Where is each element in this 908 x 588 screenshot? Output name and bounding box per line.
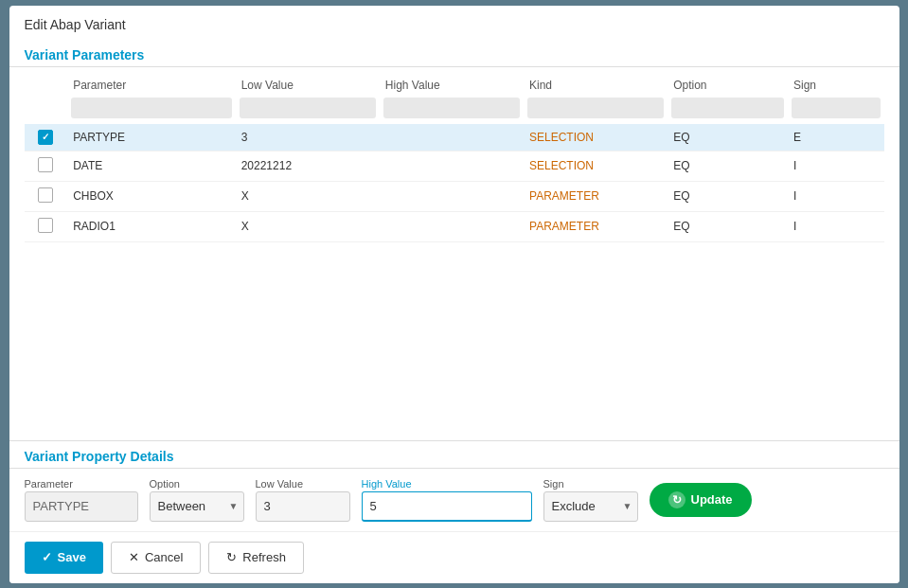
col-low-value: Low Value bbox=[236, 75, 380, 96]
filter-low-value[interactable] bbox=[240, 98, 376, 118]
table-row[interactable]: CHBOXXPARAMETEREQI bbox=[25, 181, 884, 211]
update-label: Update bbox=[691, 492, 733, 507]
filter-kind[interactable] bbox=[527, 98, 664, 118]
col-parameter: Parameter bbox=[67, 75, 236, 96]
table-row[interactable]: RADIO1XPARAMETEREQI bbox=[25, 211, 884, 241]
modal-header: Edit Abap Variant bbox=[9, 6, 899, 40]
filter-row bbox=[25, 96, 884, 124]
update-button[interactable]: ↻ Update bbox=[650, 483, 752, 517]
filter-option[interactable] bbox=[671, 98, 784, 118]
table-body: PARTYPE3SELECTIONEQEDATE20221212SELECTIO… bbox=[25, 124, 884, 242]
col-high-value: High Value bbox=[380, 75, 524, 96]
form-parameter: Parameter bbox=[25, 478, 138, 522]
form-low-value: Low Value bbox=[256, 478, 350, 522]
label-high-value: High Value bbox=[362, 478, 532, 490]
refresh-button[interactable]: ↻ Refresh bbox=[208, 542, 304, 574]
label-low-value: Low Value bbox=[256, 478, 350, 490]
property-form: Parameter Option Between EQ NE LT GT LE … bbox=[9, 469, 899, 531]
variant-parameters-title: Variant Parameters bbox=[9, 40, 899, 67]
sign-select-wrapper: Exclude Include ▼ bbox=[543, 491, 638, 522]
footer-actions: ✓ Save ✕ Cancel ↻ Refresh bbox=[9, 531, 899, 583]
variant-property-title: Variant Property Details bbox=[9, 441, 899, 469]
input-parameter[interactable] bbox=[25, 491, 138, 522]
form-option: Option Between EQ NE LT GT LE GE ▼ bbox=[150, 478, 244, 522]
input-low-value[interactable] bbox=[256, 491, 350, 522]
label-option: Option bbox=[150, 478, 244, 490]
save-checkmark-icon: ✓ bbox=[42, 550, 52, 564]
label-parameter: Parameter bbox=[25, 478, 138, 490]
edit-title: Edit Abap Variant bbox=[25, 17, 126, 32]
filter-high-value[interactable] bbox=[383, 98, 520, 118]
refresh-icon: ↻ bbox=[226, 550, 237, 564]
col-sign: Sign bbox=[788, 75, 884, 96]
filter-parameter[interactable] bbox=[71, 98, 232, 118]
option-select-wrapper: Between EQ NE LT GT LE GE ▼ bbox=[150, 491, 244, 522]
refresh-label: Refresh bbox=[242, 550, 286, 564]
form-high-value: High Value bbox=[362, 478, 532, 522]
select-sign[interactable]: Exclude Include bbox=[543, 491, 638, 522]
update-button-wrapper: ↻ Update bbox=[650, 483, 752, 517]
cancel-button[interactable]: ✕ Cancel bbox=[111, 542, 201, 574]
col-kind: Kind bbox=[524, 75, 668, 96]
cancel-x-icon: ✕ bbox=[129, 550, 139, 564]
modal: Edit Abap Variant Variant Parameters Par… bbox=[9, 6, 899, 583]
table-container: Parameter Low Value High Value Kind Opti… bbox=[9, 67, 899, 440]
row-checkbox-3[interactable] bbox=[38, 218, 53, 233]
select-option[interactable]: Between EQ NE LT GT LE GE bbox=[150, 491, 244, 522]
filter-sign[interactable] bbox=[792, 98, 881, 118]
row-checkbox-2[interactable] bbox=[38, 187, 53, 203]
save-label: Save bbox=[58, 550, 86, 564]
table-row[interactable]: PARTYPE3SELECTIONEQE bbox=[25, 124, 884, 151]
form-sign: Sign Exclude Include ▼ bbox=[543, 478, 638, 522]
label-sign: Sign bbox=[543, 478, 638, 490]
input-high-value[interactable] bbox=[362, 491, 532, 522]
table-header-row: Parameter Low Value High Value Kind Opti… bbox=[25, 75, 884, 96]
bottom-section: Variant Property Details Parameter Optio… bbox=[9, 440, 899, 531]
cancel-label: Cancel bbox=[145, 550, 183, 564]
update-circle-icon: ↻ bbox=[668, 491, 685, 508]
save-button[interactable]: ✓ Save bbox=[25, 542, 103, 574]
col-checkbox bbox=[25, 75, 68, 96]
parameters-table: Parameter Low Value High Value Kind Opti… bbox=[25, 75, 884, 242]
table-row[interactable]: DATE20221212SELECTIONEQI bbox=[25, 151, 884, 181]
row-checkbox-0[interactable] bbox=[38, 130, 53, 145]
row-checkbox-1[interactable] bbox=[38, 157, 53, 172]
col-option: Option bbox=[668, 75, 788, 96]
